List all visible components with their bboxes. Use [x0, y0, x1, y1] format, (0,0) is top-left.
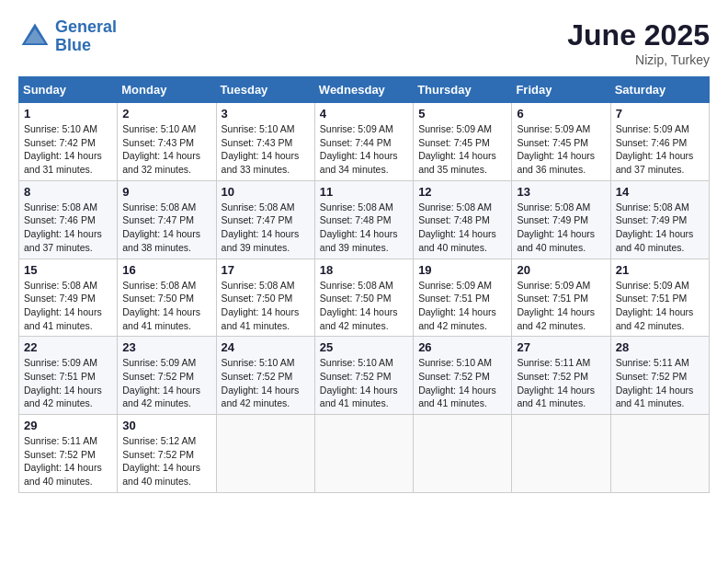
day-info: Sunrise: 5:08 AM Sunset: 7:48 PM Dayligh… [418, 201, 506, 255]
day-number: 9 [122, 185, 210, 199]
calendar-cell: 10 Sunrise: 5:08 AM Sunset: 7:47 PM Dayl… [216, 180, 314, 259]
day-info: Sunrise: 5:10 AM Sunset: 7:52 PM Dayligh… [320, 356, 408, 410]
location: Nizip, Turkey [567, 52, 710, 67]
calendar-cell: 15 Sunrise: 5:08 AM Sunset: 7:49 PM Dayl… [19, 259, 118, 337]
day-info: Sunrise: 5:09 AM Sunset: 7:51 PM Dayligh… [517, 279, 605, 333]
day-info: Sunrise: 5:10 AM Sunset: 7:42 PM Dayligh… [24, 122, 112, 177]
day-number: 21 [616, 263, 704, 277]
calendar-cell: 4 Sunrise: 5:09 AM Sunset: 7:44 PM Dayli… [314, 103, 413, 181]
day-number: 16 [122, 263, 210, 277]
day-info: Sunrise: 5:10 AM Sunset: 7:43 PM Dayligh… [122, 122, 210, 177]
calendar-cell: 11 Sunrise: 5:08 AM Sunset: 7:48 PM Dayl… [314, 180, 413, 259]
month-title: June 2025 [567, 18, 710, 52]
day-info: Sunrise: 5:09 AM Sunset: 7:51 PM Dayligh… [418, 279, 506, 333]
day-info: Sunrise: 5:09 AM Sunset: 7:45 PM Dayligh… [517, 122, 605, 177]
weekday-header-thursday: Thursday [414, 77, 512, 103]
day-number: 8 [24, 185, 112, 199]
calendar-week-4: 22 Sunrise: 5:09 AM Sunset: 7:51 PM Dayl… [19, 337, 710, 415]
calendar-cell: 23 Sunrise: 5:09 AM Sunset: 7:52 PM Dayl… [118, 337, 216, 415]
day-info: Sunrise: 5:09 AM Sunset: 7:45 PM Dayligh… [418, 122, 506, 177]
calendar-cell: 14 Sunrise: 5:08 AM Sunset: 7:49 PM Dayl… [610, 180, 709, 259]
day-info: Sunrise: 5:12 AM Sunset: 7:52 PM Dayligh… [122, 434, 210, 488]
day-info: Sunrise: 5:09 AM Sunset: 7:46 PM Dayligh… [616, 122, 704, 177]
day-number: 12 [418, 185, 506, 199]
calendar-cell: 19 Sunrise: 5:09 AM Sunset: 7:51 PM Dayl… [414, 259, 512, 337]
day-info: Sunrise: 5:11 AM Sunset: 7:52 PM Dayligh… [24, 434, 112, 488]
day-info: Sunrise: 5:10 AM Sunset: 7:43 PM Dayligh… [222, 122, 310, 177]
day-info: Sunrise: 5:08 AM Sunset: 7:49 PM Dayligh… [517, 201, 605, 255]
day-number: 1 [24, 107, 112, 121]
day-number: 27 [517, 340, 605, 354]
weekday-header-wednesday: Wednesday [314, 77, 413, 103]
calendar-cell: 17 Sunrise: 5:08 AM Sunset: 7:50 PM Dayl… [216, 259, 314, 337]
day-info: Sunrise: 5:08 AM Sunset: 7:49 PM Dayligh… [24, 279, 112, 333]
calendar-cell [216, 415, 314, 493]
day-number: 28 [616, 340, 704, 354]
calendar-cell [512, 415, 610, 493]
day-number: 3 [222, 107, 310, 121]
logo-text: General Blue [55, 18, 117, 55]
calendar-cell: 9 Sunrise: 5:08 AM Sunset: 7:47 PM Dayli… [118, 180, 216, 259]
weekday-header-tuesday: Tuesday [216, 77, 314, 103]
calendar-cell: 26 Sunrise: 5:10 AM Sunset: 7:52 PM Dayl… [414, 337, 512, 415]
calendar-cell: 13 Sunrise: 5:08 AM Sunset: 7:49 PM Dayl… [512, 180, 610, 259]
calendar-cell [610, 415, 709, 493]
day-number: 13 [517, 185, 605, 199]
day-info: Sunrise: 5:09 AM Sunset: 7:44 PM Dayligh… [320, 122, 408, 177]
calendar-cell: 1 Sunrise: 5:10 AM Sunset: 7:42 PM Dayli… [19, 103, 118, 181]
day-number: 29 [24, 419, 112, 432]
day-number: 15 [24, 263, 112, 277]
calendar-cell [414, 415, 512, 493]
calendar-cell: 27 Sunrise: 5:11 AM Sunset: 7:52 PM Dayl… [512, 337, 610, 415]
day-info: Sunrise: 5:09 AM Sunset: 7:51 PM Dayligh… [24, 356, 112, 410]
day-number: 2 [122, 107, 210, 121]
calendar-cell [314, 415, 413, 493]
logo-icon [18, 20, 51, 53]
calendar-cell: 22 Sunrise: 5:09 AM Sunset: 7:51 PM Dayl… [19, 337, 118, 415]
day-info: Sunrise: 5:08 AM Sunset: 7:46 PM Dayligh… [24, 201, 112, 255]
logo: General Blue [18, 18, 117, 55]
day-number: 20 [517, 263, 605, 277]
calendar-cell: 12 Sunrise: 5:08 AM Sunset: 7:48 PM Dayl… [414, 180, 512, 259]
calendar-cell: 7 Sunrise: 5:09 AM Sunset: 7:46 PM Dayli… [610, 103, 709, 181]
day-info: Sunrise: 5:08 AM Sunset: 7:50 PM Dayligh… [320, 279, 408, 333]
day-number: 26 [418, 340, 506, 354]
day-number: 23 [122, 340, 210, 354]
calendar-cell: 21 Sunrise: 5:09 AM Sunset: 7:51 PM Dayl… [610, 259, 709, 337]
day-number: 5 [418, 107, 506, 121]
day-info: Sunrise: 5:10 AM Sunset: 7:52 PM Dayligh… [222, 356, 310, 410]
weekday-header-saturday: Saturday [610, 77, 709, 103]
day-info: Sunrise: 5:08 AM Sunset: 7:50 PM Dayligh… [222, 279, 310, 333]
day-number: 11 [320, 185, 408, 199]
day-info: Sunrise: 5:11 AM Sunset: 7:52 PM Dayligh… [616, 356, 704, 410]
calendar-cell: 29 Sunrise: 5:11 AM Sunset: 7:52 PM Dayl… [19, 415, 118, 493]
calendar-cell: 16 Sunrise: 5:08 AM Sunset: 7:50 PM Dayl… [118, 259, 216, 337]
weekday-header-friday: Friday [512, 77, 610, 103]
day-info: Sunrise: 5:08 AM Sunset: 7:50 PM Dayligh… [122, 279, 210, 333]
calendar-table: SundayMondayTuesdayWednesdayThursdayFrid… [18, 76, 710, 493]
calendar-week-2: 8 Sunrise: 5:08 AM Sunset: 7:46 PM Dayli… [19, 180, 710, 259]
day-info: Sunrise: 5:08 AM Sunset: 7:47 PM Dayligh… [222, 201, 310, 255]
day-number: 25 [320, 340, 408, 354]
calendar-cell: 28 Sunrise: 5:11 AM Sunset: 7:52 PM Dayl… [610, 337, 709, 415]
calendar-cell: 24 Sunrise: 5:10 AM Sunset: 7:52 PM Dayl… [216, 337, 314, 415]
day-number: 6 [517, 107, 605, 121]
calendar-cell: 3 Sunrise: 5:10 AM Sunset: 7:43 PM Dayli… [216, 103, 314, 181]
calendar-week-3: 15 Sunrise: 5:08 AM Sunset: 7:49 PM Dayl… [19, 259, 710, 337]
day-number: 18 [320, 263, 408, 277]
day-number: 4 [320, 107, 408, 121]
day-number: 24 [222, 340, 310, 354]
day-info: Sunrise: 5:10 AM Sunset: 7:52 PM Dayligh… [418, 356, 506, 410]
weekday-header-sunday: Sunday [19, 77, 118, 103]
day-number: 30 [122, 419, 210, 432]
calendar-cell: 30 Sunrise: 5:12 AM Sunset: 7:52 PM Dayl… [118, 415, 216, 493]
calendar-cell: 2 Sunrise: 5:10 AM Sunset: 7:43 PM Dayli… [118, 103, 216, 181]
day-info: Sunrise: 5:08 AM Sunset: 7:48 PM Dayligh… [320, 201, 408, 255]
title-block: June 2025 Nizip, Turkey [567, 18, 710, 67]
page-header: General Blue June 2025 Nizip, Turkey [18, 18, 710, 67]
calendar-cell: 20 Sunrise: 5:09 AM Sunset: 7:51 PM Dayl… [512, 259, 610, 337]
day-info: Sunrise: 5:11 AM Sunset: 7:52 PM Dayligh… [517, 356, 605, 410]
calendar-cell: 6 Sunrise: 5:09 AM Sunset: 7:45 PM Dayli… [512, 103, 610, 181]
calendar-cell: 8 Sunrise: 5:08 AM Sunset: 7:46 PM Dayli… [19, 180, 118, 259]
day-info: Sunrise: 5:08 AM Sunset: 7:47 PM Dayligh… [122, 201, 210, 255]
